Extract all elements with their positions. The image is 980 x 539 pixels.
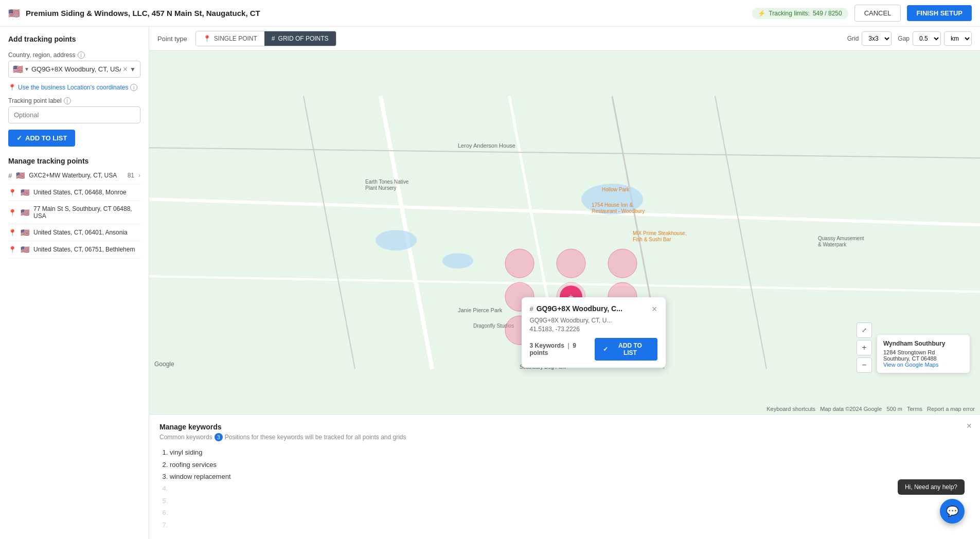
svg-text:& Waterpark: & Waterpark	[818, 242, 847, 247]
grid-size-label: Grid	[847, 35, 859, 42]
flag-dropdown-arrow: ▼	[24, 66, 29, 72]
address-clear-button[interactable]: ×	[123, 65, 128, 74]
popup-check-icon: ✓	[603, 346, 608, 353]
svg-text:Leroy Anderson House: Leroy Anderson House	[458, 142, 515, 149]
zoom-in-button[interactable]: +	[857, 340, 872, 355]
item-text-1: United States, CT, 06468, Monroe	[33, 189, 140, 196]
svg-text:Google: Google	[154, 361, 174, 368]
svg-point-10	[442, 253, 473, 268]
svg-text:1754 House Inn &: 1754 House Inn &	[592, 202, 633, 208]
tracking-item[interactable]: # 🇺🇸 GXC2+MW Waterbury, CT, USA 81 ›	[8, 167, 140, 184]
svg-point-9	[376, 230, 417, 250]
grid-controls: Grid 3x3 2x2 4x4 5x5 Gap 0.5 1 2	[847, 31, 972, 46]
svg-text:Plant Nursery: Plant Nursery	[365, 185, 397, 191]
popup-title: GQ9G+8X Woodbury, C...	[537, 304, 622, 313]
svg-point-27	[608, 249, 637, 278]
info-card-address: 1284 Strongtown Rd	[883, 349, 964, 355]
address-input[interactable]	[31, 65, 121, 73]
single-point-tab[interactable]: 📍 SINGLE POINT	[196, 31, 264, 46]
location-link-icon: 📍	[8, 84, 16, 91]
grid-size-group: Grid 3x3 2x2 4x4 5x5	[847, 31, 892, 46]
keywords-close-button[interactable]: ×	[966, 421, 972, 432]
tracking-item[interactable]: 📍 🇺🇸 77 Main St S, Southbury, CT 06488, …	[8, 201, 140, 224]
tracking-item[interactable]: 📍 🇺🇸 United States, CT, 06401, Ansonia	[8, 224, 140, 241]
keywords-title: Manage keywords	[159, 423, 970, 431]
keyword-item-5	[170, 495, 970, 507]
map-attribution: Keyboard shortcuts Map data ©2024 Google…	[767, 406, 975, 412]
item-text-4: United States, CT, 06751, Bethlehem	[33, 246, 140, 253]
gap-label: Gap	[898, 35, 910, 42]
left-panel: Add tracking points Country, region, add…	[0, 27, 149, 539]
tracking-label-info-icon[interactable]: i	[64, 97, 71, 104]
country-flag: 🇺🇸	[13, 64, 23, 74]
single-point-icon: 📍	[203, 35, 211, 42]
expand-map-button[interactable]: ⤢	[857, 322, 872, 338]
popup-add-button[interactable]: ✓ ADD TO LIST	[595, 338, 657, 361]
tracking-label-input[interactable]	[8, 106, 140, 123]
common-keywords-label: Common keywords	[159, 434, 212, 441]
point-type-label: Point type	[157, 35, 187, 43]
use-business-location-link[interactable]: 📍 Use the business Location's coordinate…	[8, 84, 140, 91]
tracking-item[interactable]: 📍 🇺🇸 United States, CT, 06751, Bethlehem	[8, 241, 140, 258]
item-arrow-0: ›	[138, 172, 140, 179]
add-to-list-button[interactable]: ✓ ADD TO LIST	[8, 130, 75, 147]
popup-grid-icon: #	[530, 305, 533, 313]
map-info-card: Wyndham Southbury 1284 Strongtown Rd Sou…	[877, 335, 970, 373]
svg-text:Quassy Amusement: Quassy Amusement	[818, 236, 864, 241]
item-flag-1: 🇺🇸	[21, 188, 29, 196]
svg-text:MiX Prime Steakhouse,: MiX Prime Steakhouse,	[633, 230, 687, 236]
svg-point-25	[505, 249, 534, 278]
country-info-icon[interactable]: i	[78, 51, 85, 59]
popup-meta: 3 Keywords | 9 points	[530, 342, 595, 356]
keywords-subtitle: Common keywords 3 Positions for these ke…	[159, 433, 970, 441]
keyword-item-3: window replacement	[170, 471, 970, 482]
keyword-item-4	[170, 482, 970, 494]
gap-select[interactable]: 0.5 1 2	[913, 31, 941, 46]
tracking-count: 549 / 8250	[813, 10, 842, 17]
item-flag-3: 🇺🇸	[21, 228, 29, 237]
tracking-label: Tracking limits:	[769, 10, 810, 17]
country-field: Country, region, address i 🇺🇸 ▼ × ▼	[8, 51, 140, 78]
keywords-count-badge: 3	[215, 433, 223, 441]
popup-coords: 41.5183, -73.2226	[530, 326, 657, 333]
svg-text:Janie Pierce Park: Janie Pierce Park	[458, 307, 503, 313]
map-popup: # GQ9G+8X Woodbury, C... × GQ9G+8X Woodb…	[522, 297, 666, 368]
location-link-text: Use the business Location's coordinates	[18, 84, 128, 91]
item-flag-2: 🇺🇸	[21, 208, 29, 217]
finish-setup-button[interactable]: FINISH SETUP	[907, 5, 972, 21]
svg-text:Fish & Sushi Bar: Fish & Sushi Bar	[633, 237, 671, 242]
pin-icon: 📍	[8, 209, 16, 217]
address-dropdown-icon[interactable]: ▼	[130, 66, 136, 73]
flag-select[interactable]: 🇺🇸 ▼	[13, 64, 29, 74]
address-row: 🇺🇸 ▼ × ▼	[8, 61, 140, 78]
grid-icon: #	[8, 172, 12, 179]
tracking-item[interactable]: 📍 🇺🇸 United States, CT, 06468, Monroe	[8, 184, 140, 201]
keyword-item-1: vinyl siding	[170, 446, 970, 458]
add-list-label: ADD TO LIST	[25, 134, 67, 142]
item-flag-4: 🇺🇸	[21, 245, 29, 254]
svg-text:Earth Tones Native: Earth Tones Native	[365, 179, 409, 185]
map-container[interactable]: Leroy Anderson House Earth Tones Native …	[149, 51, 980, 414]
chat-button[interactable]: 💬	[940, 499, 965, 524]
point-type-bar: Point type 📍 SINGLE POINT # GRID OF POIN…	[149, 27, 980, 51]
tracking-label-label: Tracking point label i	[8, 97, 140, 104]
cancel-button[interactable]: CANCEL	[854, 5, 901, 22]
grid-size-select[interactable]: 3x3 2x2 4x4 5x5	[862, 31, 892, 46]
info-card-maps-link[interactable]: View on Google Maps	[883, 362, 938, 368]
item-flag-0: 🇺🇸	[16, 171, 25, 179]
gap-group: Gap 0.5 1 2 km mi	[898, 31, 972, 46]
svg-text:Restaurant - Woodbury: Restaurant - Woodbury	[592, 208, 645, 214]
location-info-icon[interactable]: i	[130, 84, 137, 91]
svg-text:Hollow Park: Hollow Park	[602, 187, 630, 192]
popup-close-button[interactable]: ×	[652, 304, 657, 314]
unit-select[interactable]: km mi	[944, 31, 972, 46]
item-count-0: 81	[128, 172, 134, 179]
keyword-item-2: roofing services	[170, 459, 970, 471]
map-popup-header: # GQ9G+8X Woodbury, C... ×	[530, 304, 657, 314]
info-card-title: Wyndham Southbury	[883, 340, 964, 347]
chat-icon: 💬	[946, 505, 959, 517]
zoom-out-button[interactable]: −	[857, 357, 872, 373]
info-card-city: Southbury, CT 06488	[883, 355, 964, 362]
grid-of-points-tab[interactable]: # GRID OF POINTS	[264, 31, 336, 46]
popup-add-label: ADD TO LIST	[611, 342, 649, 356]
